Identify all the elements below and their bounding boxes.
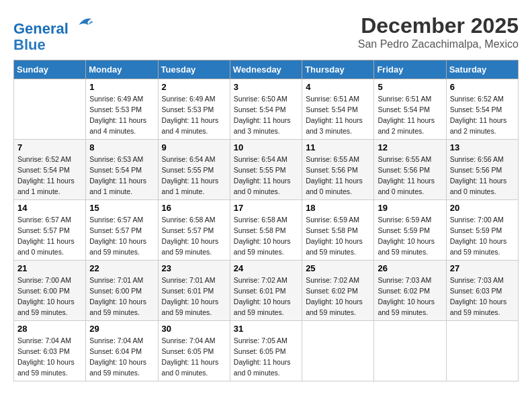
day-header-thursday: Thursday — [302, 60, 374, 79]
day-info: Sunrise: 6:54 AM Sunset: 5:55 PM Dayligh… — [234, 154, 298, 197]
day-header-saturday: Saturday — [446, 60, 518, 79]
calendar-cell: 3Sunrise: 6:50 AM Sunset: 5:54 PM Daylig… — [230, 79, 302, 140]
calendar-cell: 31Sunrise: 7:05 AM Sunset: 6:05 PM Dayli… — [230, 321, 302, 381]
logo-bird-icon — [74, 13, 94, 34]
day-header-sunday: Sunday — [14, 60, 86, 79]
day-number: 29 — [89, 324, 154, 334]
calendar-cell: 30Sunrise: 7:04 AM Sunset: 6:05 PM Dayli… — [158, 321, 230, 381]
day-number: 13 — [450, 142, 515, 152]
day-info: Sunrise: 6:55 AM Sunset: 5:56 PM Dayligh… — [378, 154, 442, 197]
calendar-cell — [446, 321, 518, 381]
page-header: General Blue December 2025 San Pedro Zac… — [13, 13, 519, 53]
day-info: Sunrise: 6:58 AM Sunset: 5:58 PM Dayligh… — [234, 215, 298, 257]
calendar-cell: 12Sunrise: 6:55 AM Sunset: 5:56 PM Dayli… — [374, 140, 446, 200]
day-info: Sunrise: 6:56 AM Sunset: 5:56 PM Dayligh… — [450, 154, 515, 197]
day-info: Sunrise: 6:59 AM Sunset: 5:58 PM Dayligh… — [306, 215, 370, 257]
day-header-wednesday: Wednesday — [230, 60, 302, 79]
calendar-cell: 14Sunrise: 6:57 AM Sunset: 5:57 PM Dayli… — [14, 200, 86, 261]
day-number: 16 — [162, 203, 226, 213]
day-info: Sunrise: 7:01 AM Sunset: 6:00 PM Dayligh… — [89, 275, 154, 318]
day-number: 15 — [89, 203, 154, 213]
day-info: Sunrise: 7:04 AM Sunset: 6:03 PM Dayligh… — [17, 336, 82, 378]
calendar-week-row: 28Sunrise: 7:04 AM Sunset: 6:03 PM Dayli… — [14, 321, 519, 381]
calendar-cell: 6Sunrise: 6:52 AM Sunset: 5:54 PM Daylig… — [446, 79, 518, 140]
calendar-cell: 21Sunrise: 7:00 AM Sunset: 6:00 PM Dayli… — [14, 261, 86, 321]
logo: General Blue — [13, 13, 94, 53]
day-info: Sunrise: 6:53 AM Sunset: 5:54 PM Dayligh… — [89, 154, 154, 197]
day-info: Sunrise: 6:59 AM Sunset: 5:59 PM Dayligh… — [378, 215, 442, 257]
day-number: 20 — [450, 203, 515, 213]
day-number: 7 — [17, 142, 82, 152]
day-number: 1 — [89, 82, 154, 92]
calendar-cell — [302, 321, 374, 381]
day-info: Sunrise: 7:03 AM Sunset: 6:03 PM Dayligh… — [450, 275, 515, 318]
day-number: 21 — [17, 263, 82, 273]
calendar-cell: 7Sunrise: 6:52 AM Sunset: 5:54 PM Daylig… — [14, 140, 86, 200]
calendar-cell: 26Sunrise: 7:03 AM Sunset: 6:02 PM Dayli… — [374, 261, 446, 321]
calendar-cell: 18Sunrise: 6:59 AM Sunset: 5:58 PM Dayli… — [302, 200, 374, 261]
day-info: Sunrise: 6:57 AM Sunset: 5:57 PM Dayligh… — [17, 215, 82, 257]
day-header-friday: Friday — [374, 60, 446, 79]
day-number: 9 — [162, 142, 226, 152]
calendar-cell: 13Sunrise: 6:56 AM Sunset: 5:56 PM Dayli… — [446, 140, 518, 200]
calendar-table: SundayMondayTuesdayWednesdayThursdayFrid… — [13, 60, 519, 381]
day-number: 22 — [89, 263, 154, 273]
calendar-cell: 29Sunrise: 7:04 AM Sunset: 6:04 PM Dayli… — [86, 321, 158, 381]
calendar-week-row: 1Sunrise: 6:49 AM Sunset: 5:53 PM Daylig… — [14, 79, 519, 140]
calendar-cell: 22Sunrise: 7:01 AM Sunset: 6:00 PM Dayli… — [86, 261, 158, 321]
day-info: Sunrise: 7:00 AM Sunset: 6:00 PM Dayligh… — [17, 275, 82, 318]
day-info: Sunrise: 7:05 AM Sunset: 6:05 PM Dayligh… — [234, 336, 298, 378]
day-number: 11 — [306, 142, 370, 152]
calendar-cell: 25Sunrise: 7:02 AM Sunset: 6:02 PM Dayli… — [302, 261, 374, 321]
day-number: 30 — [162, 324, 226, 334]
day-info: Sunrise: 6:51 AM Sunset: 5:54 PM Dayligh… — [378, 94, 442, 136]
day-header-tuesday: Tuesday — [158, 60, 230, 79]
calendar-cell: 16Sunrise: 6:58 AM Sunset: 5:57 PM Dayli… — [158, 200, 230, 261]
day-info: Sunrise: 6:52 AM Sunset: 5:54 PM Dayligh… — [17, 154, 82, 197]
day-info: Sunrise: 6:52 AM Sunset: 5:54 PM Dayligh… — [450, 94, 515, 136]
day-header-monday: Monday — [86, 60, 158, 79]
day-info: Sunrise: 7:02 AM Sunset: 6:02 PM Dayligh… — [306, 275, 370, 318]
logo-text-blue: Blue — [13, 37, 94, 53]
title-block: December 2025 San Pedro Zacachimalpa, Me… — [358, 13, 519, 50]
day-number: 8 — [89, 142, 154, 152]
day-info: Sunrise: 7:04 AM Sunset: 6:04 PM Dayligh… — [89, 336, 154, 378]
day-number: 3 — [234, 82, 298, 92]
calendar-cell: 28Sunrise: 7:04 AM Sunset: 6:03 PM Dayli… — [14, 321, 86, 381]
day-number: 14 — [17, 203, 82, 213]
header-row: SundayMondayTuesdayWednesdayThursdayFrid… — [14, 60, 519, 79]
calendar-cell — [374, 321, 446, 381]
day-info: Sunrise: 6:58 AM Sunset: 5:57 PM Dayligh… — [162, 215, 226, 257]
day-info: Sunrise: 7:03 AM Sunset: 6:02 PM Dayligh… — [378, 275, 442, 318]
day-number: 26 — [378, 263, 442, 273]
day-number: 12 — [378, 142, 442, 152]
calendar-cell: 11Sunrise: 6:55 AM Sunset: 5:56 PM Dayli… — [302, 140, 374, 200]
calendar-cell: 2Sunrise: 6:49 AM Sunset: 5:53 PM Daylig… — [158, 79, 230, 140]
location-title: San Pedro Zacachimalpa, Mexico — [358, 38, 519, 50]
calendar-week-row: 21Sunrise: 7:00 AM Sunset: 6:00 PM Dayli… — [14, 261, 519, 321]
day-number: 5 — [378, 82, 442, 92]
month-title: December 2025 — [358, 13, 519, 38]
calendar-cell: 24Sunrise: 7:02 AM Sunset: 6:01 PM Dayli… — [230, 261, 302, 321]
calendar-cell: 4Sunrise: 6:51 AM Sunset: 5:54 PM Daylig… — [302, 79, 374, 140]
calendar-cell: 5Sunrise: 6:51 AM Sunset: 5:54 PM Daylig… — [374, 79, 446, 140]
day-info: Sunrise: 7:00 AM Sunset: 5:59 PM Dayligh… — [450, 215, 515, 257]
calendar-cell: 20Sunrise: 7:00 AM Sunset: 5:59 PM Dayli… — [446, 200, 518, 261]
calendar-week-row: 7Sunrise: 6:52 AM Sunset: 5:54 PM Daylig… — [14, 140, 519, 200]
calendar-cell: 9Sunrise: 6:54 AM Sunset: 5:55 PM Daylig… — [158, 140, 230, 200]
day-info: Sunrise: 6:49 AM Sunset: 5:53 PM Dayligh… — [162, 94, 226, 136]
day-info: Sunrise: 6:54 AM Sunset: 5:55 PM Dayligh… — [162, 154, 226, 197]
calendar-cell: 19Sunrise: 6:59 AM Sunset: 5:59 PM Dayli… — [374, 200, 446, 261]
day-info: Sunrise: 7:04 AM Sunset: 6:05 PM Dayligh… — [162, 336, 226, 378]
day-info: Sunrise: 7:02 AM Sunset: 6:01 PM Dayligh… — [234, 275, 298, 318]
day-number: 2 — [162, 82, 226, 92]
logo-text: General — [13, 13, 94, 37]
day-number: 23 — [162, 263, 226, 273]
calendar-cell: 10Sunrise: 6:54 AM Sunset: 5:55 PM Dayli… — [230, 140, 302, 200]
day-info: Sunrise: 6:50 AM Sunset: 5:54 PM Dayligh… — [234, 94, 298, 136]
day-number: 25 — [306, 263, 370, 273]
day-number: 6 — [450, 82, 515, 92]
day-number: 24 — [234, 263, 298, 273]
day-number: 19 — [378, 203, 442, 213]
day-number: 31 — [234, 324, 298, 334]
